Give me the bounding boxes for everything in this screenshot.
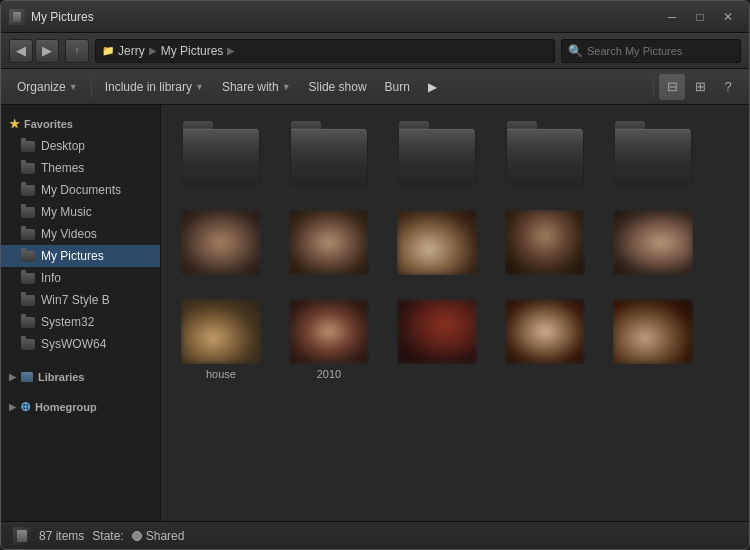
photo-thumbnail: [397, 299, 477, 364]
folder-thumbnail: [289, 121, 369, 186]
file-label: house: [206, 368, 236, 380]
photo-image: [181, 299, 261, 364]
folder-icon: [21, 141, 35, 152]
search-box[interactable]: 🔍: [561, 39, 741, 63]
close-button[interactable]: ✕: [715, 7, 741, 27]
sidebar-item-info[interactable]: Info: [1, 267, 160, 289]
photo-thumbnail: [505, 210, 585, 275]
list-item[interactable]: [387, 204, 487, 285]
list-item[interactable]: [387, 293, 487, 386]
more-button[interactable]: ▶: [420, 74, 445, 100]
folder-icon: [21, 229, 35, 240]
photo-thumbnail: [181, 299, 261, 364]
photo-thumbnail: [181, 210, 261, 275]
window-icon: [9, 9, 25, 25]
photo-image: [181, 210, 261, 275]
star-icon: ★: [9, 117, 20, 131]
folder-thumbnail: [613, 121, 693, 186]
window: My Pictures ─ □ ✕ ◀ ▶ ↑ 📁 Jerry ▶ My Pic…: [0, 0, 750, 550]
share-with-caret: ▼: [282, 82, 291, 92]
status-icon: [13, 527, 31, 545]
folder-thumbnail: [181, 121, 261, 186]
include-library-button[interactable]: Include in library ▼: [97, 74, 212, 100]
organize-button[interactable]: Organize ▼: [9, 74, 86, 100]
list-item[interactable]: [495, 293, 595, 386]
file-grid: house 2010: [161, 105, 749, 396]
list-item[interactable]: 2010: [279, 293, 379, 386]
folder-thumbnail: [397, 121, 477, 186]
help-button[interactable]: ?: [715, 74, 741, 100]
sidebar-item-mydocuments[interactable]: My Documents: [1, 179, 160, 201]
photo-image: [289, 299, 369, 364]
photo-image: [613, 210, 693, 275]
title-bar: My Pictures ─ □ ✕: [1, 1, 749, 33]
homegroup-header[interactable]: ▶ ⊕ Homegroup: [1, 395, 160, 418]
photo-image: [397, 210, 477, 275]
folder-icon: [21, 295, 35, 306]
sidebar-item-win7style[interactable]: Win7 Style B: [1, 289, 160, 311]
photo-image: [505, 210, 585, 275]
burn-button[interactable]: Burn: [377, 74, 418, 100]
search-icon: 🔍: [568, 44, 583, 58]
photo-thumbnail: [613, 210, 693, 275]
breadcrumb-jerry[interactable]: Jerry: [118, 44, 145, 58]
main-area: ★ Favorites Desktop Themes My Documents: [1, 105, 749, 521]
homegroup-section: ▶ ⊕ Homegroup: [1, 395, 160, 418]
sidebar-item-myvideos[interactable]: My Videos: [1, 223, 160, 245]
view-list-button[interactable]: ⊟: [659, 74, 685, 100]
breadcrumb[interactable]: 📁 Jerry ▶ My Pictures ▶: [95, 39, 555, 63]
folder-icon-large: [398, 128, 476, 186]
maximize-button[interactable]: □: [687, 7, 713, 27]
window-title: My Pictures: [31, 10, 659, 24]
folder-icon-large: [506, 128, 584, 186]
nav-buttons: ◀ ▶: [9, 39, 59, 63]
forward-button[interactable]: ▶: [35, 39, 59, 63]
breadcrumb-trailing: ▶: [227, 45, 235, 56]
list-item[interactable]: [171, 204, 271, 285]
list-item[interactable]: [603, 204, 703, 285]
list-item[interactable]: [279, 115, 379, 196]
back-button[interactable]: ◀: [9, 39, 33, 63]
file-content: house 2010: [161, 105, 749, 521]
folder-thumbnail: [505, 121, 585, 186]
list-item[interactable]: [171, 115, 271, 196]
sidebar-item-mymusic[interactable]: My Music: [1, 201, 160, 223]
favorites-header[interactable]: ★ Favorites: [1, 113, 160, 135]
photo-thumbnail: [289, 299, 369, 364]
sidebar-item-system32[interactable]: System32: [1, 311, 160, 333]
minimize-button[interactable]: ─: [659, 7, 685, 27]
up-button[interactable]: ↑: [65, 39, 89, 63]
sidebar-item-themes[interactable]: Themes: [1, 157, 160, 179]
sidebar-item-syswow64[interactable]: SysWOW64: [1, 333, 160, 355]
folder-icon: [21, 317, 35, 328]
folder-icon: [21, 207, 35, 218]
expand-icon: ▶: [9, 402, 16, 412]
list-item[interactable]: [387, 115, 487, 196]
sidebar: ★ Favorites Desktop Themes My Documents: [1, 105, 161, 521]
toolbar-sep-1: [91, 77, 92, 97]
share-with-button[interactable]: Share with ▼: [214, 74, 299, 100]
search-input[interactable]: [587, 45, 734, 57]
breadcrumb-mypictures[interactable]: My Pictures: [161, 44, 224, 58]
breadcrumb-drive-icon: 📁: [102, 45, 114, 56]
list-item[interactable]: [495, 115, 595, 196]
list-item[interactable]: [495, 204, 595, 285]
toolbar-sep-2: [653, 77, 654, 97]
list-item[interactable]: house: [171, 293, 271, 386]
slideshow-button[interactable]: Slide show: [301, 74, 375, 100]
list-item[interactable]: [603, 115, 703, 196]
libraries-header[interactable]: ▶ Libraries: [1, 367, 160, 387]
shared-label: Shared: [146, 529, 185, 543]
view-tiles-button[interactable]: ⊞: [687, 74, 713, 100]
toolbar-right: ⊟ ⊞ ?: [650, 74, 741, 100]
folder-icon: [21, 251, 35, 262]
photo-image: [397, 299, 477, 364]
item-count: 87 items: [39, 529, 84, 543]
breadcrumb-sep-1: ▶: [149, 45, 157, 56]
photo-thumbnail: [397, 210, 477, 275]
list-item[interactable]: [603, 293, 703, 386]
folder-icon-large: [182, 128, 260, 186]
sidebar-item-mypictures[interactable]: My Pictures: [1, 245, 160, 267]
list-item[interactable]: [279, 204, 379, 285]
sidebar-item-desktop[interactable]: Desktop: [1, 135, 160, 157]
